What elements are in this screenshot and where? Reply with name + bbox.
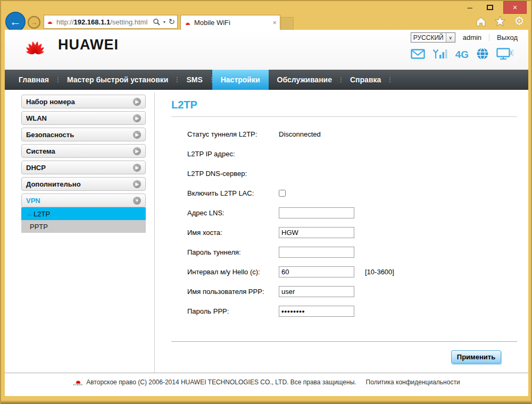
sidebar-subitem-pptp[interactable]: PPTP — [21, 220, 146, 233]
sidebar-item-label: DHCP — [26, 164, 46, 172]
range-hint: [10-3600] — [365, 268, 394, 276]
back-button[interactable]: ← — [5, 12, 26, 32]
close-window-button[interactable]: × — [503, 1, 527, 14]
logout-link[interactable]: Выход — [497, 33, 518, 41]
sidebar-item-label: Безопасность — [26, 131, 74, 139]
row-enable-lac: Включить L2TP LAC: — [171, 183, 517, 203]
chevron-right-icon: ▶ — [133, 114, 141, 122]
footer-huawei-logo-icon: HUAWEI — [73, 378, 83, 386]
sidebar-subitem-l2tp[interactable]: → L2TP — [21, 207, 146, 220]
maximize-icon — [487, 5, 493, 10]
footer-divider — [5, 373, 528, 373]
sidebar-item-dhcp[interactable]: DHCP ▶ — [21, 161, 146, 174]
language-value: РУССКИЙ — [411, 34, 446, 41]
nav-item-settings[interactable]: Настройки — [212, 70, 269, 90]
minimize-button[interactable]: ─ — [462, 1, 478, 14]
row-tunnel-password: Пароль туннеля: — [171, 242, 517, 262]
maximize-button[interactable] — [482, 1, 498, 14]
sidebar-item-label: Дополнительно — [26, 180, 81, 188]
chevron-right-icon: ▶ — [133, 180, 141, 188]
sidebar-item-dialup[interactable]: Набор номера ▶ — [21, 95, 146, 108]
search-icon[interactable] — [153, 18, 160, 26]
browser-window: ─ × ← → http://192.168.1.1/setti — [0, 0, 532, 404]
address-bar[interactable]: http://192.168.1.1/setting.html ▼ ↻ — [44, 15, 178, 29]
hello-interval-input[interactable] — [279, 266, 354, 277]
nav-item-sms[interactable]: SMS — [178, 70, 211, 90]
apply-row: Применить — [171, 342, 517, 364]
row-ppp-password: Пароль PPP: — [171, 301, 517, 321]
sidebar-item-wlan[interactable]: WLAN ▶ — [21, 111, 146, 125]
sidebar-subitem-label: PPTP — [30, 223, 48, 231]
browser-tab[interactable]: Mobile WiFi × — [180, 15, 280, 30]
logged-in-user: admin — [463, 33, 481, 41]
lns-address-input[interactable] — [279, 207, 354, 218]
field-label: Имя пользователя PPP: — [171, 288, 279, 296]
settings-gear-icon[interactable]: ⚙ — [513, 15, 526, 28]
url-text[interactable]: http://192.168.1.1/setting.html — [56, 18, 151, 26]
row-l2tp-ip: L2TP IP адрес: — [171, 144, 517, 164]
sidebar-item-security[interactable]: Безопасность ▶ — [21, 128, 146, 141]
sidebar-content-divider — [154, 92, 155, 373]
favorites-star-icon[interactable] — [494, 15, 506, 28]
copyright-text: Авторское право (C) 2006-2014 HUAWEI TEC… — [86, 378, 356, 386]
forward-button[interactable]: → — [28, 16, 40, 29]
mail-icon[interactable] — [411, 49, 425, 61]
window-bottom-frame — [1, 396, 531, 404]
tunnel-password-input[interactable] — [279, 247, 354, 258]
main-navigation: Главная Мастер быстрой установки SMS Нас… — [5, 70, 528, 90]
sidebar-item-vpn[interactable]: VPN ▼ — [21, 193, 146, 207]
row-hello-interval: Интервал м/у Hello (с): [10-3600] — [171, 262, 517, 282]
status-icons: 4G — [411, 47, 513, 62]
l2tp-panel: L2TP Статус туннеля L2TP: Disconnected L… — [171, 99, 517, 364]
sidebar-item-label: Набор номера — [26, 98, 75, 106]
row-lns-address: Адрес LNS: — [171, 203, 517, 223]
sidebar-item-label: WLAN — [26, 114, 47, 122]
chevron-right-icon: ▶ — [133, 164, 141, 172]
nav-item-help[interactable]: Справка — [342, 70, 389, 90]
field-label: Пароль PPP: — [171, 307, 279, 315]
privacy-policy-link[interactable]: Политика конфиденциальности — [366, 378, 460, 386]
sidebar-item-system[interactable]: Система ▶ — [21, 144, 146, 158]
home-icon[interactable] — [475, 15, 487, 28]
site-header: HUAWEI РУССКИЙ ∨ admin Выход 4G — [5, 30, 528, 69]
tab-favicon — [184, 20, 192, 26]
new-tab-button[interactable] — [281, 17, 294, 30]
wifi-hotspot-icon — [496, 48, 513, 62]
nav-item-home[interactable]: Главная — [10, 70, 57, 90]
apply-button[interactable]: Применить — [451, 350, 501, 364]
refresh-icon[interactable]: ↻ — [168, 17, 175, 27]
tab-close-icon[interactable]: × — [272, 19, 277, 27]
row-ppp-username: Имя пользователя PPP: — [171, 282, 517, 301]
enable-l2tp-lac-checkbox[interactable] — [279, 190, 286, 197]
language-select[interactable]: РУССКИЙ ∨ — [411, 32, 455, 43]
ppp-username-input[interactable] — [279, 286, 354, 297]
row-l2tp-dns: L2TP DNS-сервер: — [171, 164, 517, 183]
address-dropdown-icon[interactable]: ▼ — [162, 20, 166, 24]
footer-logo-caption: HUAWEI — [73, 384, 83, 386]
sidebar-item-advanced[interactable]: Дополнительно ▶ — [21, 177, 146, 191]
nav-separator — [389, 77, 390, 82]
ppp-password-input[interactable] — [279, 306, 354, 317]
globe-icon — [476, 47, 489, 62]
l2tp-form: Статус туннеля L2TP: Disconnected L2TP I… — [171, 124, 517, 321]
account-bar: РУССКИЙ ∨ admin Выход — [411, 32, 518, 43]
sidebar-item-label: Система — [26, 147, 55, 155]
nav-item-quick-setup[interactable]: Мастер быстрой установки — [59, 70, 177, 90]
title-divider — [171, 116, 517, 117]
network-mode-label: 4G — [455, 49, 469, 61]
active-marker-icon: → — [26, 210, 32, 218]
page-title: L2TP — [171, 99, 517, 111]
hostname-input[interactable] — [279, 227, 354, 238]
chevron-down-icon: ▼ — [133, 197, 141, 205]
chevron-right-icon: ▶ — [133, 98, 141, 106]
field-label: Адрес LNS: — [171, 209, 279, 217]
settings-sidebar: Набор номера ▶ WLAN ▶ Безопасность ▶ Сис… — [21, 95, 146, 233]
nav-item-maintenance[interactable]: Обслуживание — [269, 70, 340, 90]
sidebar-subitem-label: L2TP — [34, 210, 50, 218]
field-label: Интервал м/у Hello (с): — [171, 268, 279, 276]
sidebar-item-label: VPN — [26, 197, 40, 205]
huawei-logo-icon — [19, 34, 52, 55]
signal-icon — [433, 48, 448, 62]
browser-action-icons: ⚙ — [475, 15, 526, 28]
router-page: HUAWEI РУССКИЙ ∨ admin Выход 4G — [5, 30, 528, 397]
